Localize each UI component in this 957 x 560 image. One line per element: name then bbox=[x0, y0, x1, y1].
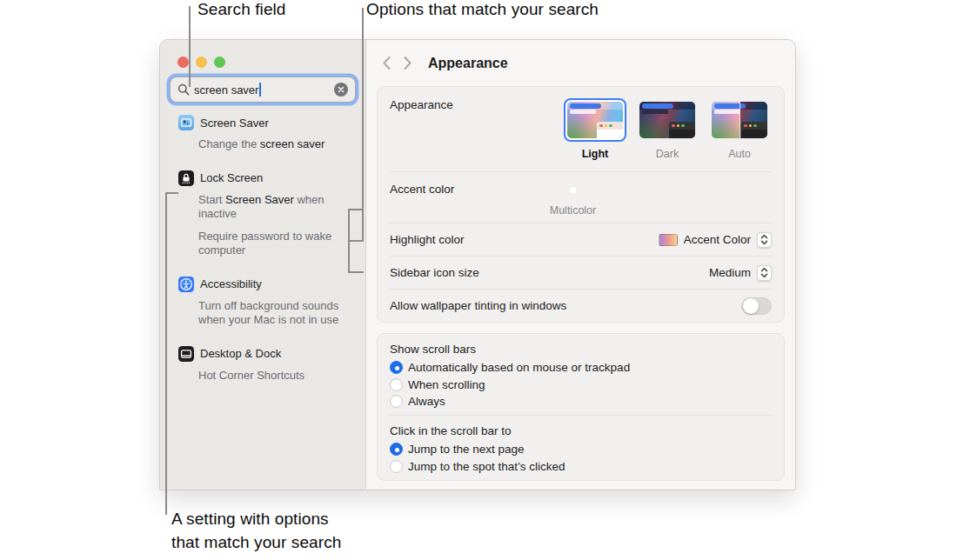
search-result-option[interactable]: Hot Corner Shortcuts bbox=[198, 369, 339, 383]
result-group-desktop-dock: Desktop & Dock Hot Corner Shortcuts bbox=[178, 346, 350, 383]
search-result-option[interactable]: Turn off background sounds when your Mac… bbox=[198, 299, 339, 328]
search-result-option[interactable]: Require password to wake computer bbox=[198, 230, 339, 258]
appearance-option-label: Light bbox=[582, 148, 609, 160]
magnifier-icon bbox=[177, 83, 190, 96]
system-settings-window: screen saver bbox=[159, 39, 796, 490]
screen-saver-app-icon bbox=[178, 115, 194, 130]
appearance-options: Light Dark bbox=[563, 98, 772, 160]
sidebar-item-label: Accessibility bbox=[200, 277, 262, 290]
close-window-button[interactable] bbox=[177, 57, 189, 68]
appearance-row: Appearance Light bbox=[378, 87, 784, 171]
forward-button[interactable] bbox=[397, 53, 418, 74]
appearance-label: Appearance bbox=[390, 98, 453, 111]
scroll-bars-card: Show scroll bars Automatically based on … bbox=[377, 333, 785, 481]
light-thumbnail bbox=[564, 98, 626, 142]
window-controls bbox=[160, 40, 365, 68]
highlight-color-popup[interactable]: Accent Color bbox=[659, 232, 772, 248]
appearance-option-label: Auto bbox=[728, 148, 751, 160]
show-scroll-bars-group: Show scroll bars Automatically based on … bbox=[378, 334, 784, 415]
stepper-icon bbox=[757, 232, 772, 248]
dark-thumbnail bbox=[636, 98, 699, 142]
accessibility-app-icon bbox=[178, 277, 194, 292]
radio-icon bbox=[390, 361, 403, 374]
sidebar-item-label: Desktop & Dock bbox=[200, 347, 281, 360]
chevron-right-icon bbox=[403, 56, 412, 70]
accent-color-label: Accent color bbox=[390, 183, 454, 196]
highlight-color-row: Highlight color Accent Color bbox=[378, 223, 784, 256]
sidebar-item-accessibility[interactable]: Accessibility bbox=[178, 277, 350, 292]
annotation-options-match: Options that match your search bbox=[366, 0, 599, 19]
radio-option-next-page[interactable]: Jump to the next page bbox=[390, 441, 772, 457]
result-group-lock-screen: Lock Screen Start Screen Saver when inac… bbox=[178, 170, 350, 258]
search-results-list: Screen Saver Change the screen saver bbox=[160, 103, 365, 383]
wallpaper-tinting-label: Allow wallpaper tinting in windows bbox=[390, 299, 566, 312]
radio-option-automatic[interactable]: Automatically based on mouse or trackpad bbox=[390, 359, 772, 376]
accent-color-row: Accent color Multicolor bbox=[378, 172, 784, 223]
radio-icon bbox=[390, 443, 403, 456]
sidebar-item-screen-saver[interactable]: Screen Saver bbox=[178, 115, 350, 130]
sidebar-item-label: Screen Saver bbox=[200, 117, 269, 130]
search-input[interactable]: screen saver bbox=[170, 77, 356, 103]
desktop-dock-app-icon bbox=[178, 346, 194, 362]
sidebar: screen saver bbox=[160, 40, 366, 490]
radio-option-spot-clicked[interactable]: Jump to the spot that’s clicked bbox=[390, 458, 772, 475]
scroll-click-group: Click in the scroll bar to Jump to the n… bbox=[378, 416, 784, 480]
text-cursor bbox=[259, 83, 261, 97]
stepper-icon bbox=[757, 265, 772, 281]
callout-bracket-arm-bottom bbox=[348, 271, 364, 273]
sidebar-item-desktop-dock[interactable]: Desktop & Dock bbox=[178, 346, 350, 362]
radio-icon bbox=[390, 378, 403, 391]
screenshot-canvas: Search field Options that match your sea… bbox=[0, 0, 957, 560]
highlight-color-swatch bbox=[659, 234, 678, 246]
clear-icon bbox=[338, 86, 345, 93]
page-title: Appearance bbox=[428, 56, 508, 71]
search-result-option[interactable]: Change the screen saver bbox=[198, 137, 339, 152]
appearance-option-auto[interactable]: Auto bbox=[707, 98, 772, 160]
auto-thumbnail bbox=[708, 98, 771, 142]
callout-line-setting bbox=[165, 192, 167, 515]
result-group-accessibility: Accessibility Turn off background sounds… bbox=[178, 277, 350, 328]
radio-option-when-scrolling[interactable]: When scrolling bbox=[390, 376, 772, 392]
accent-selected-caption: Multicolor bbox=[550, 204, 597, 217]
sidebar-icon-size-row: Sidebar icon size Medium bbox=[378, 257, 784, 289]
show-scroll-bars-label: Show scroll bars bbox=[390, 343, 772, 356]
clear-search-button[interactable] bbox=[334, 83, 348, 97]
callout-line-search-field bbox=[189, 6, 191, 87]
appearance-option-label: Dark bbox=[656, 148, 679, 160]
main-panel: Appearance Appearance bbox=[366, 40, 795, 490]
radio-icon bbox=[390, 395, 403, 408]
highlight-color-label: Highlight color bbox=[390, 233, 465, 246]
search-value: screen saver bbox=[194, 83, 258, 97]
appearance-option-light[interactable]: Light bbox=[563, 98, 627, 160]
callout-bracket-arm-top bbox=[348, 209, 364, 210]
wallpaper-tinting-toggle[interactable] bbox=[741, 297, 772, 315]
radio-icon bbox=[390, 460, 403, 473]
sidebar-item-lock-screen[interactable]: Lock Screen bbox=[178, 170, 350, 186]
sidebar-item-label: Lock Screen bbox=[200, 171, 263, 184]
chevron-left-icon bbox=[382, 56, 392, 70]
search-result-option[interactable]: Start Screen Saver when inactive bbox=[198, 193, 339, 222]
callout-bracket-arm-middle bbox=[348, 240, 364, 242]
back-button[interactable] bbox=[376, 53, 397, 74]
sidebar-icon-size-value: Medium bbox=[709, 266, 751, 279]
annotation-search-field: Search field bbox=[197, 0, 286, 19]
highlight-color-value: Accent Color bbox=[684, 233, 751, 246]
lock-screen-app-icon bbox=[178, 170, 194, 186]
wallpaper-tinting-row: Allow wallpaper tinting in windows bbox=[378, 290, 784, 322]
radio-option-always[interactable]: Always bbox=[390, 393, 772, 410]
main-header: Appearance bbox=[366, 40, 795, 86]
result-group-screen-saver: Screen Saver Change the screen saver bbox=[178, 115, 350, 152]
callout-line-setting-arm bbox=[165, 192, 178, 194]
callout-line-options bbox=[362, 8, 364, 242]
sidebar-icon-size-popup[interactable]: Medium bbox=[709, 265, 772, 281]
annotation-setting-match: A setting with options that match your s… bbox=[171, 507, 341, 554]
sidebar-icon-size-label: Sidebar icon size bbox=[390, 266, 479, 279]
appearance-settings-card: Appearance Light bbox=[377, 86, 785, 323]
appearance-option-dark[interactable]: Dark bbox=[635, 98, 699, 160]
zoom-window-button[interactable] bbox=[214, 57, 225, 68]
minimize-window-button[interactable] bbox=[196, 57, 207, 68]
scroll-click-label: Click in the scroll bar to bbox=[390, 424, 772, 437]
